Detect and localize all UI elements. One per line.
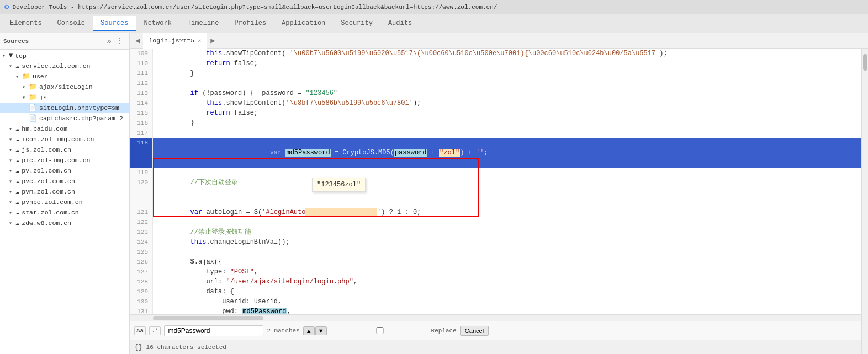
tab-profiles[interactable]: Profiles [226, 16, 274, 31]
curly-braces-icon: {} [134, 343, 143, 351]
regex-toggle[interactable]: .* [149, 326, 161, 335]
code-line: 121 var autoLogin = $('#loginAuto ') ? 1… [130, 207, 861, 217]
line-code: } [153, 118, 861, 128]
file-icon: 📄 [29, 104, 37, 112]
replace-checkbox[interactable] [330, 327, 430, 334]
tree-item-pvnpc-zol[interactable]: ▾ ☁ pvnpc.zol.com.cn [0, 197, 129, 207]
line-code [153, 217, 861, 227]
status-text: 16 characters selected [146, 344, 226, 351]
sidebar-menu-icon[interactable]: ⋮ [114, 35, 126, 47]
h-scrollbar-thumb[interactable] [153, 316, 263, 320]
cloud-icon: ☁ [15, 219, 19, 227]
folder-icon: 📁 [29, 83, 37, 91]
cloud-icon: ☁ [15, 156, 19, 164]
tab-audits[interactable]: Audits [380, 16, 420, 31]
arrow-icon: ▾ [22, 94, 29, 101]
tree-item-pv-zol[interactable]: ▾ ☁ pv.zol.com.cn [0, 165, 129, 176]
tree-label: stat.zol.com.cn [22, 209, 79, 216]
cloud-icon: ☁ [15, 208, 19, 217]
cloud-icon: ☁ [15, 135, 19, 143]
code-line: 117 [130, 128, 861, 138]
code-line: 130 userid: userid, [130, 297, 861, 307]
file-tab-login[interactable]: login.js?t=5 ✕ [143, 33, 207, 49]
line-number: 113 [130, 88, 153, 98]
tree-item-pvm-zol[interactable]: ▾ ☁ pvm.zol.com.cn [0, 186, 129, 197]
tree-label: pvnpc.zol.com.cn [22, 199, 82, 206]
search-bar: Aa .* 2 matches ▲ ▼ Replace Cancel [130, 321, 861, 340]
sidebar-expand-icon[interactable]: » [105, 36, 114, 47]
right-scrollbar-thumb[interactable] [863, 54, 867, 71]
code-line: 119 [130, 168, 861, 178]
tree-label: zdw.w8.com.cn [22, 219, 71, 227]
search-next-button[interactable]: ▼ [315, 326, 327, 335]
arrow-icon [22, 105, 29, 111]
tree-item-stat-zol[interactable]: ▾ ☁ stat.zol.com.cn [0, 207, 129, 218]
tree-item-captcha[interactable]: 📄 captchasrc.php?param=2 [0, 113, 129, 124]
arrow-icon: ▾ [15, 73, 22, 80]
line-code [153, 128, 861, 138]
folder-icon: ▼ [9, 52, 13, 60]
line-code: type: "POST", [153, 267, 861, 277]
tree-item-top[interactable]: ▾ ▼ top [0, 51, 129, 61]
tree-item-ajax-sitelogin[interactable]: ▾ 📁 ajax/siteLogin [0, 82, 129, 92]
replace-checkbox-label[interactable]: Replace [330, 327, 457, 334]
cloud-icon: ☁ [15, 177, 19, 185]
line-number: 116 [130, 118, 153, 128]
code-line: 124 this.changeLoginBtnVal(); [130, 237, 861, 247]
line-number: 126 [130, 257, 153, 267]
tab-network[interactable]: Network [136, 16, 179, 31]
h-scrollbar[interactable] [130, 314, 861, 321]
tree-item-service[interactable]: ▾ ☁ service.zol.com.cn [0, 61, 129, 71]
tab-nav-left[interactable]: ◀ [132, 36, 143, 45]
sidebar: Sources » ⋮ ▾ ▼ top ▾ ☁ service.zol.com.… [0, 33, 130, 354]
arrow-icon: ▾ [9, 220, 15, 227]
tree-item-js-zol[interactable]: ▾ ☁ js.zol.com.cn [0, 144, 129, 155]
line-code: //禁止登录按钮功能 [153, 227, 861, 237]
tree-item-zdw[interactable]: ▾ ☁ zdw.w8.com.cn [0, 218, 129, 228]
tree-label: js.zol.com.cn [22, 146, 71, 153]
right-scrollbar[interactable] [861, 49, 868, 354]
tree-item-pic-zol[interactable]: ▾ ☁ pic.zol-img.com.cn [0, 155, 129, 165]
tab-timeline[interactable]: Timeline [179, 16, 227, 31]
cancel-button[interactable]: Cancel [460, 326, 489, 336]
arrow-icon: ▾ [22, 84, 29, 90]
code-scroll[interactable]: 109 this.showTipContent( '\u00b7\u5600\u… [130, 49, 861, 314]
line-code: pwd: md5Password, [153, 307, 861, 314]
main-layout: Sources » ⋮ ▾ ▼ top ▾ ☁ service.zol.com.… [0, 33, 868, 354]
line-code: data: { [153, 287, 861, 297]
file-icon: 📄 [29, 114, 37, 122]
tab-application[interactable]: Application [274, 16, 333, 31]
search-input[interactable] [164, 325, 263, 336]
tree-item-sitelogin[interactable]: 📄 siteLogin.php?type=sm [0, 103, 129, 113]
tree-item-pvc-zol[interactable]: ▾ ☁ pvc.zol.com.cn [0, 176, 129, 186]
arrow-icon: ▾ [9, 126, 15, 132]
tab-sources[interactable]: Sources [93, 16, 136, 31]
line-number: 114 [130, 98, 153, 108]
tooltip-popup: "123456zol" [312, 178, 366, 192]
line-number: 118 [130, 138, 153, 168]
code-line-118: 118 var md5Password = CryptoJS.MD5(passw… [130, 138, 861, 168]
case-sensitive-toggle[interactable]: Aa [134, 326, 146, 335]
tab-console[interactable]: Console [50, 16, 93, 31]
tree-item-hm-baidu[interactable]: ▾ ☁ hm.baidu.com [0, 124, 129, 134]
code-lines: 109 this.showTipContent( '\u00b7\u5600\u… [130, 49, 861, 314]
tab-elements[interactable]: Elements [2, 16, 50, 31]
tab-security[interactable]: Security [333, 16, 380, 31]
code-line: 128 url: "/user/ajax/siteLogin/login.php… [130, 277, 861, 287]
tree-label: pvc.zol.com.cn [22, 178, 75, 185]
tree-item-js[interactable]: ▾ 📁 js [0, 92, 129, 103]
line-number: 129 [130, 287, 153, 297]
tree-item-user[interactable]: ▾ 📁 user [0, 71, 129, 82]
line-code: $.ajax({ [153, 257, 861, 267]
search-prev-button[interactable]: ▲ [303, 326, 315, 335]
file-tab-close[interactable]: ✕ [198, 37, 201, 44]
tree-label: pvm.zol.com.cn [22, 188, 75, 195]
line-code [153, 78, 861, 88]
arrow-icon: ▾ [9, 189, 15, 195]
line-code: userid: userid, [153, 297, 861, 307]
file-tab-label: login.js?t=5 [149, 37, 194, 44]
line-code: var md5Password = CryptoJS.MD5(password … [153, 138, 861, 168]
tree-item-icon-zol[interactable]: ▾ ☁ icon.zol-img.com.cn [0, 134, 129, 144]
tab-nav-right[interactable]: ▶ [207, 36, 218, 45]
window-title: Developer Tools - https://service.zol.co… [12, 4, 497, 10]
